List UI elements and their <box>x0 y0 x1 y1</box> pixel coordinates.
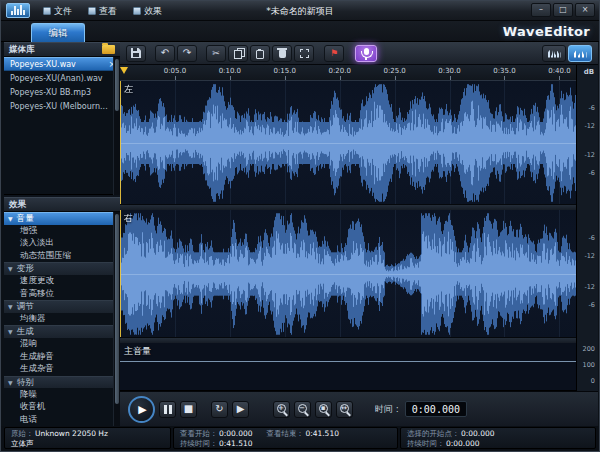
effects-item[interactable]: 混响 <box>4 338 120 351</box>
trim-icon <box>300 49 309 58</box>
waveform-left-channel[interactable]: 左 <box>120 81 576 205</box>
pause-button[interactable] <box>159 401 176 418</box>
cut-button[interactable]: ✂ <box>206 45 226 62</box>
fx-item-label: 增强 <box>20 225 37 237</box>
trim-button[interactable] <box>294 45 314 62</box>
maximize-button[interactable]: □ <box>553 3 573 17</box>
zoom-full-button[interactable]: ↔ <box>336 401 353 418</box>
fx-item-label: 电话 <box>20 414 37 426</box>
channel-mode: 立体声 <box>11 439 34 448</box>
zoom-out-button[interactable]: − <box>294 401 311 418</box>
effects-item[interactable]: 均衡器 <box>4 313 120 326</box>
fx-group-label: 调节 <box>17 301 34 313</box>
waveform-canvas-left <box>120 81 576 205</box>
chevron-down-icon: ▼ <box>8 329 13 335</box>
redo-button[interactable]: ↷ <box>177 45 197 62</box>
stop-button[interactable]: ■ <box>180 401 197 418</box>
media-list-item[interactable]: Popeyes-XU BB.mp3 <box>4 85 120 99</box>
redo-icon: ↷ <box>183 48 191 58</box>
scrollbar-thumb[interactable] <box>115 214 119 404</box>
selection-start-value: 0:00.000 <box>461 429 495 438</box>
selection-duration-label: 持续时间 : <box>407 439 442 448</box>
record-button[interactable] <box>355 45 377 62</box>
cut-icon: ✂ <box>212 49 220 58</box>
chevron-down-icon: ▼ <box>8 266 13 272</box>
fx-group-label: 生成 <box>17 326 34 338</box>
app-logo-icon <box>6 3 30 18</box>
effects-group[interactable]: ▼变形 <box>4 262 120 275</box>
menu-item-0[interactable]: 文件 <box>35 1 80 21</box>
paste-button[interactable] <box>250 45 270 62</box>
effects-item[interactable]: 降噪 <box>4 388 120 401</box>
ruler-tick <box>230 76 231 80</box>
db-scale-label: -6 <box>589 235 595 242</box>
effects-item[interactable]: 音高移位 <box>4 288 120 301</box>
fx-group-label: 特别 <box>17 377 34 389</box>
effects-item[interactable]: 生成静音 <box>4 351 120 364</box>
minimize-button[interactable]: – <box>531 3 551 17</box>
delete-button[interactable] <box>272 45 292 62</box>
db-scale-label: -12 <box>584 284 595 291</box>
open-folder-icon[interactable] <box>102 45 115 54</box>
undo-button[interactable]: ↶ <box>155 45 175 62</box>
menu-item-2[interactable]: 效果 <box>125 1 170 21</box>
effects-item[interactable]: 淡入淡出 <box>4 237 120 250</box>
menu-item-1[interactable]: 查看 <box>80 1 125 21</box>
play-button[interactable]: ▶ <box>128 396 155 423</box>
waveform-icon <box>548 49 561 58</box>
volume-envelope-line[interactable] <box>120 361 576 362</box>
media-list-item[interactable]: Popeyes-XU(Anan).wav <box>4 71 120 85</box>
effects-group[interactable]: ▼特别 <box>4 376 120 389</box>
effects-item[interactable]: 动态范围压缩 <box>4 250 120 263</box>
fx-item-label: 混响 <box>20 338 37 350</box>
bookmark-button[interactable]: ⚑ <box>324 45 344 62</box>
waveform-right-channel[interactable]: 右 <box>120 210 576 338</box>
effects-item[interactable]: 速度更改 <box>4 275 120 288</box>
playhead-marker[interactable] <box>120 67 128 74</box>
effects-item[interactable]: 收音机 <box>4 401 120 414</box>
media-item-label: Popeyes-XU (Melbourn... <box>10 102 108 111</box>
save-button[interactable] <box>126 45 146 62</box>
effects-item[interactable]: 增强 <box>4 225 120 238</box>
scrollbar-thumb[interactable] <box>115 59 119 111</box>
waveform-view-button[interactable] <box>542 45 566 62</box>
zoom-in-button[interactable]: + <box>273 401 290 418</box>
delete-icon <box>279 50 286 58</box>
effects-item[interactable]: 生成杂音 <box>4 363 120 376</box>
effects-group[interactable]: ▼调节 <box>4 300 120 313</box>
media-list-scrollbar[interactable] <box>113 57 120 195</box>
ruler-tick-label: 0:15.0 <box>274 67 296 75</box>
media-item-label: Popeyes-XU(Anan).wav <box>10 74 103 83</box>
media-list-item[interactable]: Popeyes-XU (Melbourn... <box>4 99 120 113</box>
source-label: 原始 : <box>11 429 31 438</box>
effects-title: 效果 <box>9 199 26 211</box>
tab-edit[interactable]: 编辑 <box>31 23 85 42</box>
effects-list-scrollbar[interactable] <box>113 212 120 426</box>
effects-item[interactable]: 电话 <box>4 414 120 427</box>
copy-button[interactable] <box>228 45 248 62</box>
play-circle-icon: ▶ <box>237 404 245 414</box>
ruler-tick <box>450 76 451 80</box>
copy-icon <box>234 48 243 58</box>
microphone-icon <box>364 48 369 55</box>
fx-item-label: 音高移位 <box>20 288 54 300</box>
play-selection-button[interactable]: ▶ <box>232 401 249 418</box>
levels-view-button[interactable] <box>568 45 592 62</box>
volume-scale-label: 100 <box>583 362 595 369</box>
close-button[interactable]: × <box>575 3 595 17</box>
effects-header: 效果 <box>4 197 120 212</box>
zoom-selection-button[interactable]: ▪ <box>315 401 332 418</box>
right-channel-label: 右 <box>124 212 133 225</box>
timeline-ruler[interactable]: 0:05.00:10.00:15.00:20.00:25.00:30.00:35… <box>120 65 576 81</box>
ruler-tick-label: 0:40.0 <box>548 67 570 75</box>
effects-group[interactable]: ▼生成 <box>4 325 120 338</box>
effects-group[interactable]: ▼音量 <box>4 212 120 225</box>
chevron-down-icon: ▼ <box>8 304 13 310</box>
loop-button[interactable]: ↻ <box>211 401 228 418</box>
menu-icon <box>133 7 141 15</box>
media-list: Popeyes-XU.wav×Popeyes-XU(Anan).wavPopey… <box>4 57 120 195</box>
fx-group-label: 变形 <box>17 263 34 275</box>
master-volume-track[interactable]: 主音量 <box>120 343 576 391</box>
media-list-item[interactable]: Popeyes-XU.wav× <box>4 57 120 71</box>
editor-main: ↶↷✂⚑ 0:05.00:10.00:15.00:20.00:25.00:30.… <box>120 42 598 426</box>
